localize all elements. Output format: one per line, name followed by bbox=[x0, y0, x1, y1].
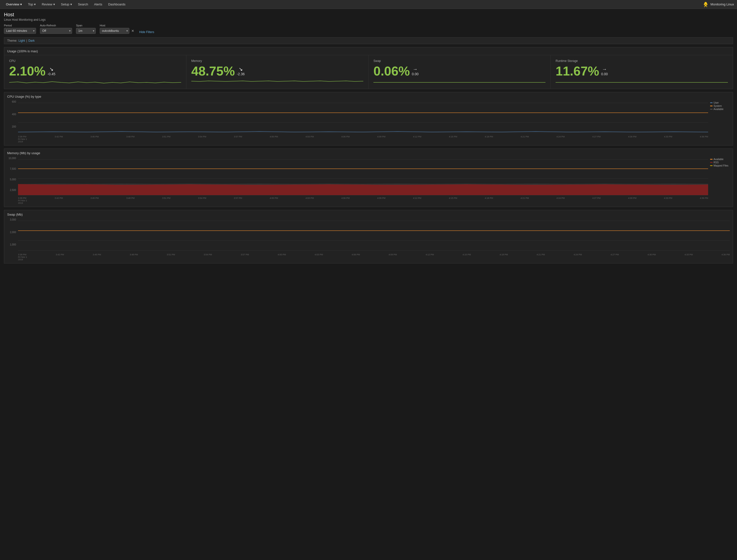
x-label: 3:39 PMFri Nov 12019 bbox=[18, 135, 27, 143]
page-subtitle: Linux Host Monitoring and Logs bbox=[4, 18, 733, 21]
usage-memory-mini-chart bbox=[191, 77, 363, 85]
cpu-chart-body: 3:39 PMFri Nov 12019 3:42 PM 3:45 PM 3:4… bbox=[18, 100, 708, 143]
autorefresh-label: Auto-Refresh bbox=[40, 24, 72, 27]
host-label: Host bbox=[100, 24, 135, 27]
nav-alerts-label: Alerts bbox=[94, 2, 102, 6]
x-label: 4:15 PM bbox=[449, 197, 457, 204]
legend-dot bbox=[710, 106, 713, 106]
nav-overview[interactable]: Overview ▾ bbox=[3, 0, 25, 9]
legend-available: Available bbox=[710, 158, 730, 161]
usage-cpu-delta: ↘ -0.45 bbox=[47, 66, 55, 76]
x-label: 4:03 PM bbox=[305, 135, 314, 143]
svg-marker-21 bbox=[18, 184, 708, 195]
x-label: 4:18 PM bbox=[485, 135, 493, 143]
x-label: 4:27 PM bbox=[592, 197, 601, 204]
x-label: 4:06 PM bbox=[341, 135, 350, 143]
brand-label: Monitoring Linux bbox=[711, 2, 734, 6]
nav-top[interactable]: Top ▾ bbox=[25, 0, 39, 9]
nav-setup[interactable]: Setup ▾ bbox=[58, 0, 75, 9]
legend-label: System bbox=[714, 105, 722, 107]
x-label: 4:12 PM bbox=[426, 253, 434, 261]
usage-memory-delta: ↘ -2.36 bbox=[237, 66, 244, 76]
x-label: 4:18 PM bbox=[485, 197, 493, 204]
svg-point-5 bbox=[704, 5, 706, 6]
legend-available: Available bbox=[710, 108, 730, 111]
hide-filters-link[interactable]: Hide Filters bbox=[139, 30, 154, 34]
legend-dot bbox=[710, 109, 713, 109]
period-filter-group: Period Last 60 minutes bbox=[4, 24, 36, 34]
autorefresh-filter-group: Auto-Refresh Off bbox=[40, 24, 72, 34]
nav-search[interactable]: Search bbox=[75, 0, 91, 9]
usage-swap-cell: Swap 0.06% → 0.00 bbox=[368, 55, 551, 89]
usage-swap-value: 0.06% bbox=[374, 65, 410, 77]
period-select[interactable]: Last 60 minutes bbox=[4, 28, 36, 34]
nav-dashboards[interactable]: Dashboards bbox=[105, 0, 128, 9]
usage-memory-value: 48.75% bbox=[191, 65, 235, 77]
autorefresh-select[interactable]: Off bbox=[40, 28, 72, 34]
host-select-wrap[interactable]: outcoldbuntu bbox=[100, 28, 129, 34]
x-label: 3:48 PM bbox=[130, 253, 138, 261]
x-label: 4:33 PM bbox=[664, 197, 672, 204]
nav-review[interactable]: Review ▾ bbox=[39, 0, 58, 9]
host-select[interactable]: outcoldbuntu bbox=[100, 28, 129, 34]
usage-memory-label: Memory bbox=[191, 59, 363, 63]
legend-mapped-files: Mapped Files bbox=[710, 164, 730, 167]
x-label: 4:09 PM bbox=[377, 135, 386, 143]
usage-storage-delta-value: 0.00 bbox=[601, 72, 608, 76]
usage-cpu-row: 2.10% ↘ -0.45 bbox=[9, 65, 181, 77]
theme-bar: Theme: Light | Dark bbox=[4, 37, 733, 44]
x-label: 4:30 PM bbox=[648, 253, 656, 261]
theme-label: Theme: bbox=[7, 39, 17, 42]
theme-separator: | bbox=[26, 39, 27, 42]
memory-y-axis: 10,000 7,500 5,000 2,500 bbox=[7, 157, 16, 204]
y-label: 200 bbox=[7, 125, 16, 128]
x-label: 3:42 PM bbox=[55, 197, 63, 204]
cpu-chart-svg bbox=[18, 100, 708, 135]
page-title: Host bbox=[4, 12, 733, 18]
x-label: 3:57 PM bbox=[234, 197, 242, 204]
x-label: 3:57 PM bbox=[241, 253, 249, 261]
legend-rss: RSS bbox=[710, 161, 730, 164]
period-label: Period bbox=[4, 24, 36, 27]
nav-setup-label: Setup bbox=[61, 2, 69, 6]
swap-chart-panel: Swap (Mb) 3,000 2,000 1,000 bbox=[4, 210, 733, 263]
x-label: 4:27 PM bbox=[611, 253, 619, 261]
y-label: 2,500 bbox=[7, 189, 16, 191]
span-select[interactable]: 1m bbox=[76, 28, 96, 34]
x-label: 4:09 PM bbox=[389, 253, 397, 261]
span-filter-group: Span 1m bbox=[76, 24, 96, 34]
navbar: Overview ▾ Top ▾ Review ▾ Setup ▾ Search… bbox=[0, 0, 737, 9]
theme-dark-link[interactable]: Dark bbox=[28, 39, 35, 42]
y-label: 600 bbox=[7, 100, 16, 103]
memory-chart-panel: Memory (Mb) by usage 10,000 7,500 5,000 … bbox=[4, 149, 733, 207]
theme-light-link[interactable]: Light bbox=[19, 39, 25, 42]
autorefresh-select-wrap[interactable]: Off bbox=[40, 28, 72, 34]
usage-swap-label: Swap bbox=[374, 59, 546, 63]
x-label: 4:00 PM bbox=[270, 135, 278, 143]
x-label: 3:57 PM bbox=[234, 135, 242, 143]
chevron-down-icon: ▾ bbox=[53, 2, 55, 6]
usage-storage-row: 11.67% → 0.00 bbox=[556, 65, 728, 77]
x-label: 4:36 PM bbox=[721, 253, 730, 261]
legend-system: System bbox=[710, 105, 730, 107]
cpu-chart-legend: User System Available bbox=[710, 100, 730, 143]
usage-storage-cell: Runtime Storage 11.67% → 0.00 bbox=[551, 55, 733, 89]
y-label: 1,000 bbox=[7, 243, 16, 246]
x-label: 4:33 PM bbox=[664, 135, 672, 143]
chevron-down-icon: ▾ bbox=[34, 2, 36, 6]
usage-swap-mini-chart bbox=[374, 77, 546, 85]
swap-x-axis: 3:39 PMFri Nov 12019 3:42 PM 3:45 PM 3:4… bbox=[18, 253, 730, 261]
x-label: 3:45 PM bbox=[93, 253, 101, 261]
usage-storage-delta: → 0.00 bbox=[601, 66, 608, 76]
nav-alerts[interactable]: Alerts bbox=[91, 0, 105, 9]
period-select-wrap[interactable]: Last 60 minutes bbox=[4, 28, 36, 34]
arrow-icon: ↘ bbox=[49, 66, 54, 72]
usage-memory-row: 48.75% ↘ -2.36 bbox=[191, 65, 363, 77]
host-clear-button[interactable]: ✕ bbox=[130, 29, 135, 33]
legend-label: User bbox=[714, 101, 719, 104]
swap-chart-area: 3,000 2,000 1,000 3:39 P bbox=[7, 218, 730, 261]
span-select-wrap[interactable]: 1m bbox=[76, 28, 96, 34]
x-label: 4:33 PM bbox=[684, 253, 693, 261]
x-label: 3:54 PM bbox=[198, 197, 206, 204]
x-label: 4:21 PM bbox=[521, 135, 529, 143]
